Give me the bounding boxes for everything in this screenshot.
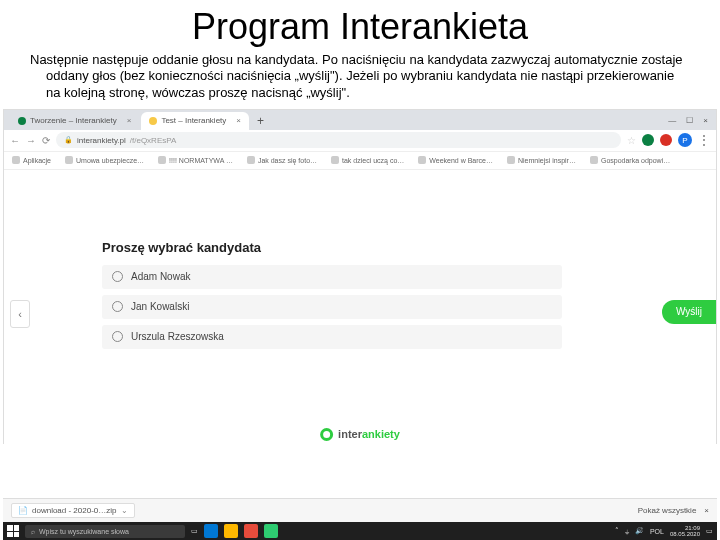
forward-icon[interactable]: → [26, 135, 36, 146]
notifications-icon[interactable]: ▭ [706, 527, 713, 535]
favicon-icon [149, 117, 157, 125]
url-host: interankiety.pl [77, 136, 126, 145]
download-filename: download - 2020-0…zip [32, 506, 117, 515]
page-content: ‹ Proszę wybrać kandydata Adam Nowak Jan… [4, 170, 716, 445]
bookmark-item[interactable]: Umowa ubezpiecze… [65, 156, 144, 164]
brand-text: ankiety [362, 428, 400, 440]
close-icon[interactable]: × [236, 116, 241, 125]
candidate-name: Jan Kowalski [131, 301, 189, 312]
prev-button[interactable]: ‹ [10, 300, 30, 328]
radio-icon [112, 271, 123, 282]
file-icon: 📄 [18, 506, 28, 515]
date: 08.05.2020 [670, 531, 700, 537]
profile-avatar[interactable]: P [678, 133, 692, 147]
search-icon: ⌕ [31, 528, 35, 535]
bookmark-item[interactable]: !!!! NORMATYWA … [158, 156, 233, 164]
network-icon[interactable]: ⏚ [625, 528, 629, 535]
back-icon[interactable]: ← [10, 135, 20, 146]
radio-icon [112, 331, 123, 342]
close-icon[interactable]: × [127, 116, 132, 125]
candidate-option[interactable]: Urszula Rzeszowska [102, 325, 562, 349]
new-tab-button[interactable]: + [257, 114, 264, 128]
start-button[interactable] [7, 525, 19, 537]
taskbar: ⌕ Wpisz tu wyszukiwane słowa ▭ ˄ ⏚ 🔊 POL… [3, 522, 717, 540]
reload-icon[interactable]: ⟳ [42, 135, 50, 146]
bookmark-item[interactable]: Gospodarka odpowi… [590, 156, 670, 164]
bookmark-icon [158, 156, 166, 164]
taskbar-search[interactable]: ⌕ Wpisz tu wyszukiwane słowa [25, 525, 185, 538]
tray-chevron-icon[interactable]: ˄ [615, 527, 619, 535]
star-icon[interactable]: ☆ [627, 135, 636, 146]
lang-indicator[interactable]: POL [650, 528, 664, 535]
candidate-name: Urszula Rzeszowska [131, 331, 224, 342]
apps-icon [12, 156, 20, 164]
extension-icon[interactable] [642, 134, 654, 146]
bookmark-icon [65, 156, 73, 164]
brand-logo-icon [320, 428, 333, 441]
brand-text: inter [338, 428, 362, 440]
tab-bar: Tworzenie – Interankiety × Test – Intera… [4, 110, 716, 130]
bookmark-icon [247, 156, 255, 164]
app-icon[interactable] [224, 524, 238, 538]
show-all-downloads[interactable]: Pokaż wszystkie [638, 506, 697, 515]
slide-description: Następnie następuje oddanie głosu na kan… [16, 48, 720, 109]
bookmark-item[interactable]: tak dzieci uczą co… [331, 156, 404, 164]
bookmark-icon [331, 156, 339, 164]
taskview-icon[interactable]: ▭ [191, 527, 198, 535]
candidate-option[interactable]: Adam Nowak [102, 265, 562, 289]
lock-icon: 🔒 [64, 136, 73, 144]
volume-icon[interactable]: 🔊 [635, 527, 644, 535]
radio-icon [112, 301, 123, 312]
downloads-bar: 📄 download - 2020-0…zip ⌄ Pokaż wszystki… [3, 498, 717, 522]
bookmark-item[interactable]: Niemniejsi inspir… [507, 156, 576, 164]
bookmarks-bar: Aplikacje Umowa ubezpiecze… !!!! NORMATY… [4, 152, 716, 170]
bookmark-icon [507, 156, 515, 164]
browser-tab[interactable]: Tworzenie – Interankiety × [10, 112, 139, 130]
form-heading: Proszę wybrać kandydata [102, 240, 562, 255]
bookmark-item[interactable]: Aplikacje [12, 156, 51, 164]
bookmark-icon [590, 156, 598, 164]
candidate-option[interactable]: Jan Kowalski [102, 295, 562, 319]
app-icon[interactable] [204, 524, 218, 538]
browser-window: Tworzenie – Interankiety × Test – Intera… [3, 109, 717, 444]
search-placeholder: Wpisz tu wyszukiwane słowa [39, 528, 129, 535]
close-icon[interactable]: × [704, 506, 709, 515]
bookmark-icon [418, 156, 426, 164]
address-bar: ← → ⟳ 🔒 interankiety.pl/f/eQxREsPA ☆ P ⋮ [4, 130, 716, 152]
url-path: /f/eQxREsPA [130, 136, 177, 145]
app-icon[interactable] [244, 524, 258, 538]
url-input[interactable]: 🔒 interankiety.pl/f/eQxREsPA [56, 132, 621, 148]
tab-label: Test – Interankiety [161, 116, 226, 125]
app-icon[interactable] [264, 524, 278, 538]
candidate-name: Adam Nowak [131, 271, 190, 282]
extension-icon[interactable] [660, 134, 672, 146]
brand-footer: interankiety [320, 428, 400, 441]
favicon-icon [18, 117, 26, 125]
system-tray: ˄ ⏚ 🔊 POL 21:09 08.05.2020 ▭ [615, 525, 713, 537]
close-window-icon[interactable]: × [703, 116, 708, 125]
download-chip[interactable]: 📄 download - 2020-0…zip ⌄ [11, 503, 135, 518]
extensions: P ⋮ [642, 133, 710, 147]
clock[interactable]: 21:09 08.05.2020 [670, 525, 700, 537]
minimize-icon[interactable]: — [668, 116, 676, 125]
bookmark-item[interactable]: Weekend w Barce… [418, 156, 493, 164]
submit-button[interactable]: Wyślij [662, 300, 716, 324]
browser-tab-active[interactable]: Test – Interankiety × [141, 112, 249, 130]
bookmark-item[interactable]: Jak dasz się foto… [247, 156, 317, 164]
tab-label: Tworzenie – Interankiety [30, 116, 117, 125]
poll-form: Proszę wybrać kandydata Adam Nowak Jan K… [102, 240, 562, 355]
chevron-down-icon[interactable]: ⌄ [121, 506, 128, 515]
slide-title: Program Interankieta [0, 6, 720, 48]
maximize-icon[interactable]: ☐ [686, 116, 693, 125]
menu-icon[interactable]: ⋮ [698, 133, 710, 147]
